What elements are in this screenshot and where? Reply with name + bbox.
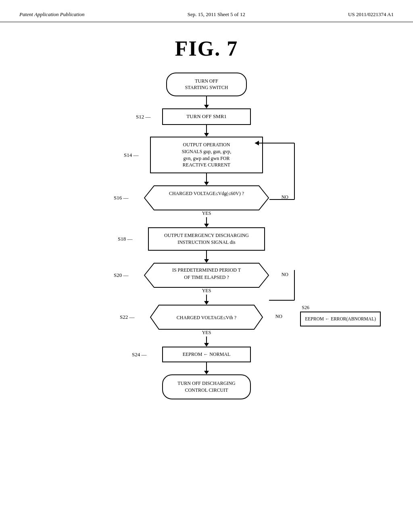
s16-wrapper: S16 — CHARGED VOLTAGE≤Vdg(≤60V) ? NO [144, 185, 269, 210]
header-left: Patent Application Publication [19, 11, 85, 18]
s20-no-label: NO [282, 272, 288, 278]
s22-no-label: NO [275, 314, 282, 320]
s14-row: S14 — OUTPUT OPERATIONSIGNALS gup, gun, … [0, 137, 413, 173]
s16-diamond-svg: CHARGED VOLTAGE≤Vdg(≤60V) ? [144, 185, 269, 210]
s20-yes-area: YES [0, 288, 413, 305]
s22-yes-area: YES [0, 330, 413, 347]
s20-row: S20 — IS PREDETERMINED PERIOD T OF TIME … [0, 263, 413, 288]
s20-label: S20 — [114, 272, 128, 278]
s24-row: S24 — EEPROM ← NORMAL [0, 347, 413, 363]
s12-label: S12 — [136, 114, 150, 120]
flowchart: TURN OFFSTARTING SWITCH S12 — TURN OFF S… [0, 73, 413, 416]
s14-wrapper: S14 — OUTPUT OPERATIONSIGNALS gup, gun, … [150, 137, 263, 173]
end-node-wrapper: TURN OFF DISCHARGINGCONTROL CIRCUIT [162, 374, 251, 399]
s26-label-text: S26 [302, 305, 309, 311]
s16-yes-label: YES [202, 210, 211, 216]
svg-marker-0 [144, 186, 269, 210]
s16-yes-area: YES [0, 210, 413, 227]
s22-wrapper: S22 — CHARGED VOLTAGE≤Vth ? NO [150, 305, 263, 330]
s24-label: S24 — [132, 351, 146, 358]
s18-wrapper: S18 — OUTPUT EMERGENCY DISCHARGINGINSTRU… [148, 227, 265, 251]
s18-label: S18 — [118, 236, 132, 242]
s12-row: S12 — TURN OFF SMR1 [0, 108, 413, 125]
s22-diamond-svg: CHARGED VOLTAGE≤Vth ? [150, 305, 263, 330]
svg-text:IS PREDETERMINED PERIOD T: IS PREDETERMINED PERIOD T [172, 267, 241, 273]
figure-title: FIG. 7 [0, 37, 413, 60]
svg-text:OF TIME ELAPSED ?: OF TIME ELAPSED ? [184, 274, 229, 280]
page-header: Patent Application Publication Sep. 15, … [0, 0, 413, 22]
s24-wrapper: S24 — EEPROM ← NORMAL [162, 347, 251, 363]
header-center: Sep. 15, 2011 Sheet 5 of 12 [188, 11, 245, 18]
svg-text:CHARGED VOLTAGE≤Vth ?: CHARGED VOLTAGE≤Vth ? [177, 315, 236, 320]
s26-node: EEPROM ← ERROR(ABNORMAL) [300, 312, 381, 326]
s16-row: S16 — CHARGED VOLTAGE≤Vdg(≤60V) ? NO [0, 185, 413, 210]
s20-yes-label: YES [202, 288, 211, 294]
s16-label: S16 — [114, 195, 128, 201]
s20-diamond-svg: IS PREDETERMINED PERIOD T OF TIME ELAPSE… [144, 263, 269, 288]
svg-text:CHARGED VOLTAGE≤Vdg(≤60V) ?: CHARGED VOLTAGE≤Vdg(≤60V) ? [169, 191, 244, 196]
s14-label: S14 — [124, 152, 138, 158]
s12-wrapper: S12 — TURN OFF SMR1 [162, 108, 251, 125]
end-node: TURN OFF DISCHARGINGCONTROL CIRCUIT [162, 374, 251, 399]
start-node: TURN OFFSTARTING SWITCH [166, 73, 247, 96]
s12-node: TURN OFF SMR1 [162, 108, 251, 125]
arrow-2-area [0, 125, 413, 137]
arrow-4 [204, 251, 209, 263]
s22-label: S22 — [120, 314, 134, 320]
s18-node: OUTPUT EMERGENCY DISCHARGINGINSTRUCTION … [148, 227, 265, 251]
arrow-1 [204, 96, 209, 108]
s26-branch: S26 EEPROM ← ERROR(ABNORMAL) [300, 305, 381, 326]
s18-row: S18 — OUTPUT EMERGENCY DISCHARGINGINSTRU… [0, 227, 413, 251]
s22-row: S22 — CHARGED VOLTAGE≤Vth ? NO S26 EEPRO… [0, 305, 413, 330]
end-node-row: TURN OFF DISCHARGINGCONTROL CIRCUIT [0, 374, 413, 399]
start-node-row: TURN OFFSTARTING SWITCH [0, 73, 413, 96]
s22-yes-label: YES [202, 330, 211, 336]
s16-no-label: NO [282, 194, 288, 200]
arrow-5 [204, 362, 209, 374]
s20-wrapper: S20 — IS PREDETERMINED PERIOD T OF TIME … [144, 263, 269, 288]
s24-node: EEPROM ← NORMAL [162, 347, 251, 363]
s14-node: OUTPUT OPERATIONSIGNALS gup, gun, gvp,gv… [150, 137, 263, 173]
start-node-wrapper: TURN OFFSTARTING SWITCH [166, 73, 247, 96]
header-right: US 2011/0221374 A1 [348, 11, 394, 18]
arrow-3 [204, 173, 209, 185]
